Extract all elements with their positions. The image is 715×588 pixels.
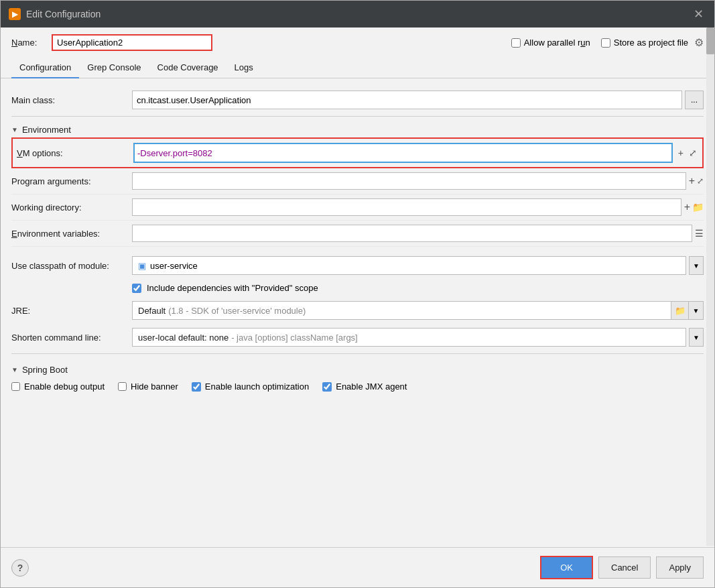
module-icon: ▣ (138, 261, 146, 271)
working-dir-input[interactable] (132, 198, 681, 216)
program-args-input[interactable] (132, 172, 686, 190)
shorten-command-row: Shorten command line: user-local default… (11, 324, 704, 351)
include-deps-label: Include dependencies with "Provided" sco… (147, 283, 318, 293)
working-dir-folder-icon[interactable]: 📁 (692, 202, 704, 213)
module-dropdown-arrow[interactable]: ▼ (689, 256, 704, 275)
name-row: Name: Allow parallel run Store as projec… (1, 27, 714, 58)
program-args-expand-icon[interactable]: ⤢ (697, 176, 704, 186)
program-args-row: Program arguments: + ⤢ (11, 168, 704, 194)
jre-dropdown-arrow[interactable]: ▼ (689, 301, 704, 320)
enable-jmx-label: Enable JMX agent (336, 381, 407, 392)
store-as-project-file-label: Store as project file (614, 38, 688, 48)
module-name: user-service (150, 261, 198, 271)
env-vars-row: Environment variables: ☰ (11, 221, 704, 247)
env-vars-list-icon[interactable]: ☰ (695, 228, 704, 239)
vm-options-row: VM options: + ⤢ (11, 137, 704, 168)
working-dir-control: + 📁 (132, 198, 704, 216)
scrollbar-track (706, 27, 714, 546)
gear-icon[interactable]: ⚙ (694, 36, 704, 49)
program-args-add-icon[interactable]: + (689, 175, 695, 187)
edit-configuration-dialog: ▶ Edit Configuration ✕ Name: Allow paral… (0, 0, 715, 588)
main-class-control: ... (132, 91, 704, 109)
spring-boot-section: ▼ Spring Boot Enable debug output Hide b… (11, 359, 704, 396)
jre-text-display: Default (1.8 - SDK of 'user-service' mod… (132, 301, 671, 320)
tab-grep-console[interactable]: Grep Console (79, 58, 149, 78)
jre-row: JRE: Default (1.8 - SDK of 'user-service… (11, 297, 704, 324)
jre-folder-button[interactable]: 📁 (671, 301, 689, 320)
apply-button[interactable]: Apply (656, 556, 704, 579)
jre-control: Default (1.8 - SDK of 'user-service' mod… (132, 301, 704, 320)
tab-code-coverage[interactable]: Code Coverage (149, 58, 226, 78)
env-vars-input[interactable] (132, 225, 692, 242)
allow-parallel-run-checkbox[interactable] (511, 38, 521, 48)
spring-boot-triangle-icon: ▼ (11, 366, 18, 373)
divider-1 (11, 116, 704, 117)
cancel-button[interactable]: Cancel (598, 556, 651, 579)
program-args-actions: + ⤢ (689, 175, 704, 187)
enable-debug-label: Enable debug output (24, 381, 105, 392)
program-args-label: Program arguments: (11, 176, 132, 186)
env-vars-actions: ☰ (695, 228, 704, 239)
module-dropdown[interactable]: ▣ user-service (132, 256, 686, 275)
hide-banner-group: Hide banner (118, 381, 178, 392)
vm-options-expand-icon[interactable]: ⤢ (688, 146, 698, 160)
env-vars-label: Environment variables: (11, 229, 132, 239)
working-dir-label: Working directory: (11, 202, 132, 213)
spring-boot-options-row: Enable debug output Hide banner Enable l… (11, 377, 704, 396)
shorten-text-display: user-local default: none- java [options]… (138, 333, 358, 343)
vm-options-label: VM options: (13, 148, 133, 158)
main-class-row: Main class: ... (11, 86, 704, 113)
triangle-icon: ▼ (11, 126, 18, 133)
classpath-module-control: ▣ user-service ▼ (132, 256, 704, 275)
name-options: Allow parallel run Store as project file… (511, 36, 704, 49)
vm-options-add-icon[interactable]: + (677, 146, 685, 160)
include-deps-row: Include dependencies with "Provided" sco… (11, 279, 704, 297)
scrollbar-thumb[interactable] (706, 27, 714, 54)
spring-boot-label: Spring Boot (22, 365, 68, 375)
vm-options-input[interactable] (137, 148, 669, 158)
name-input[interactable] (52, 34, 212, 51)
dialog-title: Edit Configuration (26, 9, 686, 19)
hide-banner-checkbox[interactable] (118, 382, 127, 391)
main-class-label: Main class: (11, 95, 132, 105)
include-deps-checkbox[interactable] (132, 284, 141, 293)
app-icon: ▶ (9, 8, 21, 20)
shorten-dropdown-arrow[interactable]: ▼ (689, 328, 704, 347)
shorten-label: Shorten command line: (11, 333, 132, 343)
tab-configuration[interactable]: Configuration (11, 58, 79, 78)
title-bar: ▶ Edit Configuration ✕ (1, 1, 714, 27)
main-class-input[interactable] (132, 91, 682, 109)
main-class-browse-button[interactable]: ... (685, 91, 704, 109)
ok-button[interactable]: OK (540, 556, 593, 579)
vm-options-input-wrap (133, 143, 673, 163)
store-as-project-file-group: Store as project file ⚙ (601, 36, 704, 49)
classpath-module-row: Use classpath of module: ▣ user-service … (11, 252, 704, 279)
enable-debug-checkbox[interactable] (11, 382, 20, 391)
working-dir-actions: + 📁 (684, 201, 704, 213)
env-vars-control: ☰ (132, 225, 704, 242)
spring-boot-header[interactable]: ▼ Spring Boot (11, 359, 704, 377)
store-as-project-file-checkbox[interactable] (601, 38, 610, 48)
help-button[interactable]: ? (11, 559, 29, 577)
working-dir-add-icon[interactable]: + (684, 201, 690, 213)
shorten-control: user-local default: none- java [options]… (132, 328, 704, 347)
enable-jmx-checkbox[interactable] (322, 382, 332, 392)
jre-hint-text: (1.8 - SDK of 'user-service' module) (168, 306, 306, 316)
enable-jmx-group: Enable JMX agent (322, 381, 407, 392)
enable-launch-checkbox[interactable] (192, 382, 201, 392)
allow-parallel-run-label: Allow parallel run (524, 38, 590, 48)
working-dir-row: Working directory: + 📁 (11, 194, 704, 221)
content-area: Main class: ... ▼ Environment VM options… (1, 78, 714, 547)
classpath-module-label: Use classpath of module: (11, 261, 132, 271)
name-label: Name: (11, 38, 45, 48)
divider-2 (11, 353, 704, 354)
close-button[interactable]: ✕ (691, 7, 706, 21)
program-args-control: + ⤢ (132, 172, 704, 190)
tab-logs[interactable]: Logs (226, 58, 261, 78)
environment-section-header[interactable]: ▼ Environment (11, 119, 704, 137)
vm-options-actions: + ⤢ (673, 146, 702, 160)
enable-launch-label: Enable launch optimization (205, 381, 309, 392)
environment-label: Environment (22, 125, 71, 135)
shorten-dropdown[interactable]: user-local default: none- java [options]… (132, 328, 686, 347)
jre-default-text: Default (138, 306, 166, 316)
